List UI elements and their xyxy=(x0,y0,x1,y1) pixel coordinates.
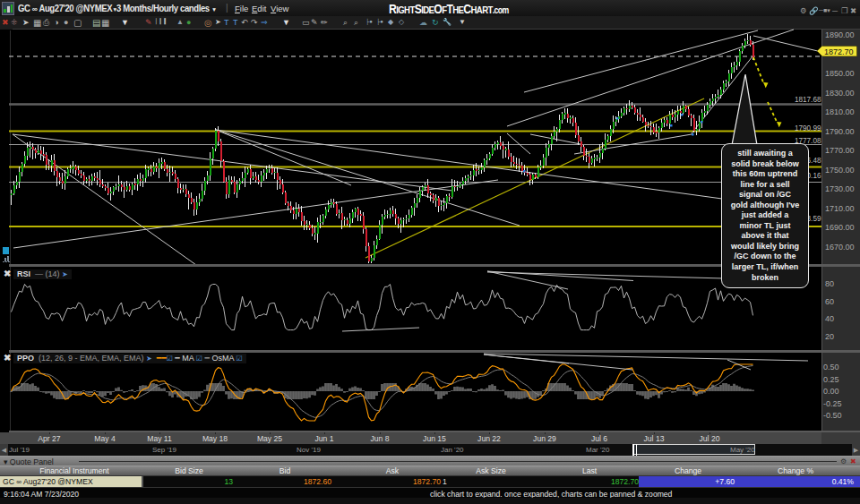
svg-text:1810.00: 1810.00 xyxy=(825,107,855,116)
svg-text:20: 20 xyxy=(825,332,834,341)
svg-text:1690.00: 1690.00 xyxy=(825,223,855,232)
svg-text:May 4: May 4 xyxy=(94,434,116,443)
svg-text:1890.00: 1890.00 xyxy=(825,30,855,39)
svg-text:1730.00: 1730.00 xyxy=(825,184,855,193)
svg-text:-0.25: -0.25 xyxy=(823,399,842,408)
svg-text:1710.00: 1710.00 xyxy=(825,204,855,213)
svg-text:0.25: 0.25 xyxy=(823,375,839,384)
svg-text:40: 40 xyxy=(825,314,834,323)
svg-text:1817.68: 1817.68 xyxy=(795,96,821,104)
svg-text:1670.00: 1670.00 xyxy=(825,243,855,252)
svg-text:1770.00: 1770.00 xyxy=(825,146,855,155)
svg-text:May 11: May 11 xyxy=(147,434,172,443)
svg-text:Jun 8: Jun 8 xyxy=(370,434,389,443)
svg-text:Jun 22: Jun 22 xyxy=(477,434,501,443)
svg-text:1850.00: 1850.00 xyxy=(825,69,855,78)
svg-text:1790.99: 1790.99 xyxy=(795,124,821,132)
svg-text:Jul 13: Jul 13 xyxy=(644,434,665,443)
svg-text:60: 60 xyxy=(825,297,834,306)
svg-text:1790.00: 1790.00 xyxy=(825,127,855,136)
svg-text:1872.70: 1872.70 xyxy=(824,47,854,56)
svg-text:Jul 6: Jul 6 xyxy=(591,434,607,443)
svg-text:Jul 20: Jul 20 xyxy=(700,434,720,443)
svg-text:80: 80 xyxy=(825,279,834,288)
svg-text:Jun 15: Jun 15 xyxy=(423,434,446,443)
svg-text:May 25: May 25 xyxy=(257,434,282,443)
svg-text:0.50: 0.50 xyxy=(823,363,839,372)
svg-text:1750.00: 1750.00 xyxy=(825,166,855,175)
svg-text:May 18: May 18 xyxy=(202,434,228,443)
svg-text:Jun 1: Jun 1 xyxy=(314,434,333,443)
svg-text:-0.50: -0.50 xyxy=(823,411,842,420)
svg-text:1830.00: 1830.00 xyxy=(825,89,855,98)
svg-text:Apr 27: Apr 27 xyxy=(38,434,61,443)
svg-text:0.00: 0.00 xyxy=(823,387,839,396)
svg-text:Jun 29: Jun 29 xyxy=(533,434,556,443)
